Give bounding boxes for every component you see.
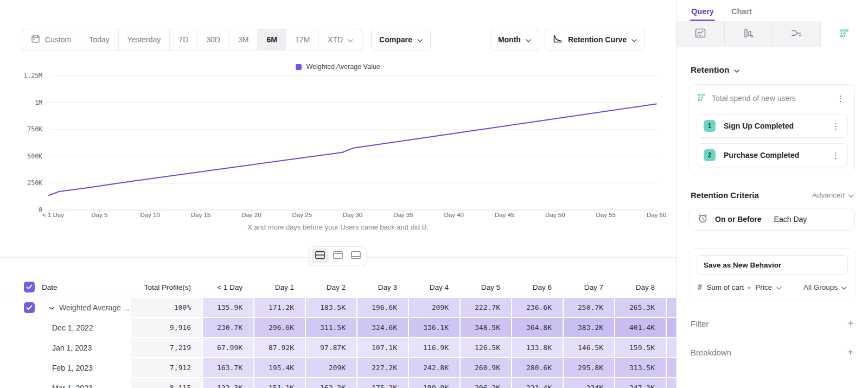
behavior-step-2[interactable]: 2 Purchase Completed ⋮: [697, 143, 848, 167]
column-header: Day 5: [461, 283, 511, 291]
retention-value-cell: 364.8K: [512, 318, 563, 337]
criteria-window-label: Each Day: [774, 215, 807, 224]
behavior-title: Total spend of new users: [712, 94, 796, 103]
retention-icon: [840, 29, 849, 40]
retention-value-cell: 260.9K: [461, 358, 511, 377]
range-today[interactable]: Today: [80, 29, 118, 50]
split-view-toggle[interactable]: [312, 249, 329, 263]
total-profiles-cell: 7,219: [131, 338, 202, 357]
retention-value-cell: 67.99K: [203, 338, 253, 357]
table-only-view-toggle[interactable]: [348, 249, 365, 263]
flows-report-tab[interactable]: [773, 21, 821, 47]
criteria-condition-card[interactable]: On or Before Each Day: [690, 208, 855, 231]
save-as-new-behavior-button[interactable]: Save as New Behavior: [697, 255, 848, 275]
row-label-date[interactable]: Jan 1, 2023: [0, 338, 130, 357]
retention-value-cell-partial: [667, 298, 676, 317]
query-panel: Query Chart Retention Total spend of new…: [676, 0, 868, 388]
range-xtd[interactable]: XTD: [319, 29, 362, 50]
criteria-condition-label: On or Before: [715, 215, 762, 224]
column-header: Day 7: [564, 283, 614, 291]
row-label-weighted-average[interactable]: Weighted Average ...: [0, 298, 130, 317]
retention-value-cell: 189.9K: [409, 378, 459, 388]
all-groups-dropdown[interactable]: All Groups: [803, 283, 847, 291]
range-yesterday[interactable]: Yesterday: [119, 29, 170, 50]
report-type-strip: [676, 21, 868, 47]
range-7d[interactable]: 7D: [170, 29, 197, 50]
table-row: Dec 1, 20229,916230.7K296.6K311.5K324.6K…: [0, 318, 676, 337]
svg-text:Day 40: Day 40: [444, 212, 463, 218]
retention-value-cell: 209K: [409, 298, 459, 317]
kebab-menu-icon[interactable]: ⋮: [829, 151, 842, 160]
chevron-down-icon: [776, 283, 782, 291]
retention-value-cell: 116.9K: [409, 338, 459, 357]
step-number-badge: 2: [704, 149, 716, 161]
panel-tabs: Query Chart: [676, 0, 868, 21]
range-30d[interactable]: 30D: [197, 29, 229, 50]
panel-body: Retention Total spend of new users ⋮ 1 S…: [676, 47, 868, 358]
row-label-date[interactable]: Mar 1, 2023: [0, 378, 130, 388]
svg-text:Day 5: Day 5: [91, 212, 107, 218]
select-all-checkbox[interactable]: [24, 282, 35, 292]
svg-text:Day 30: Day 30: [343, 212, 362, 218]
retention-value-cell: 348.5K: [461, 318, 511, 337]
retention-value-cell: 195.4K: [254, 358, 305, 377]
svg-text:Day 35: Day 35: [393, 212, 413, 218]
total-profiles-cell: 7,912: [131, 358, 202, 377]
retention-grid-icon: [698, 93, 706, 103]
total-profiles-cell: 9,916: [131, 318, 202, 337]
kebab-menu-icon[interactable]: ⋮: [834, 94, 847, 103]
range-12m[interactable]: 12M: [286, 29, 319, 50]
chevron-down-icon[interactable]: [49, 303, 55, 312]
total-profiles-cell: 100%: [131, 298, 202, 317]
svg-text:Day 25: Day 25: [292, 212, 311, 218]
granularity-dropdown[interactable]: Month: [490, 29, 539, 50]
insights-report-tab[interactable]: [676, 21, 725, 47]
retention-value-cell-partial: [667, 358, 676, 377]
retention-report-tab[interactable]: [821, 21, 868, 47]
chart-legend: Weighted Average Value: [0, 62, 676, 71]
chevron-down-icon: [417, 35, 423, 44]
behavior-step-1[interactable]: 1 Sign Up Completed ⋮: [697, 114, 848, 138]
add-filter-button[interactable]: +: [847, 318, 854, 329]
funnels-report-tab[interactable]: [725, 21, 773, 47]
retention-section-dropdown[interactable]: Retention: [691, 65, 854, 75]
retention-value-cell: 196.6K: [358, 298, 408, 317]
column-header: Day 8: [615, 283, 666, 291]
caret-right-icon: ▸: [748, 284, 751, 290]
retention-table: DateTotal Profile(s)< 1 DayDay 1Day 2Day…: [0, 278, 676, 388]
range-3m[interactable]: 3M: [229, 29, 258, 50]
retention-value-cell: 133.8K: [512, 338, 563, 357]
tab-chart[interactable]: Chart: [731, 7, 752, 21]
filter-label: Filter: [691, 319, 709, 328]
chart-only-view-toggle[interactable]: [330, 249, 347, 263]
range-6m[interactable]: 6M: [258, 29, 286, 50]
svg-text:250K: 250K: [27, 179, 42, 187]
tab-query[interactable]: Query: [691, 7, 714, 21]
retention-value-cell: 236.6K: [512, 298, 563, 317]
row-checkbox[interactable]: [24, 302, 35, 313]
retention-value-cell: 151.1K: [254, 378, 305, 388]
measure-event-label[interactable]: Sum of cart: [706, 283, 744, 291]
measure-property-label[interactable]: Price: [755, 283, 772, 291]
chart-type-label: Retention Curve: [568, 35, 627, 44]
alarm-clock-icon: [698, 213, 708, 225]
range-custom[interactable]: Custom: [22, 29, 80, 50]
retention-value-cell: 171.2K: [254, 298, 305, 317]
retention-value-cell: 313.5K: [615, 358, 666, 377]
row-label-date[interactable]: Dec 1, 2022: [0, 318, 130, 337]
chevron-down-icon: [734, 65, 739, 75]
kebab-menu-icon[interactable]: ⋮: [829, 122, 842, 130]
retention-value-cell: 324.6K: [358, 318, 408, 337]
svg-text:1M: 1M: [35, 99, 42, 106]
main-area: CustomTodayYesterday7D30D3M6M12MXTD Comp…: [0, 0, 676, 388]
svg-text:Day 20: Day 20: [241, 212, 261, 218]
add-breakdown-button[interactable]: +: [847, 347, 854, 358]
chart-type-dropdown[interactable]: Retention Curve: [545, 29, 645, 50]
compare-button[interactable]: Compare: [371, 29, 431, 50]
retention-value-cell: 222.7K: [461, 298, 511, 317]
breakdown-section: Breakdown +: [690, 347, 855, 358]
row-label-date[interactable]: Feb 1, 2023: [0, 358, 130, 377]
table-header: DateTotal Profile(s)< 1 DayDay 1Day 2Day…: [0, 278, 676, 296]
column-header: Day 6: [512, 283, 563, 291]
criteria-mode-dropdown[interactable]: Advanced: [812, 191, 854, 199]
